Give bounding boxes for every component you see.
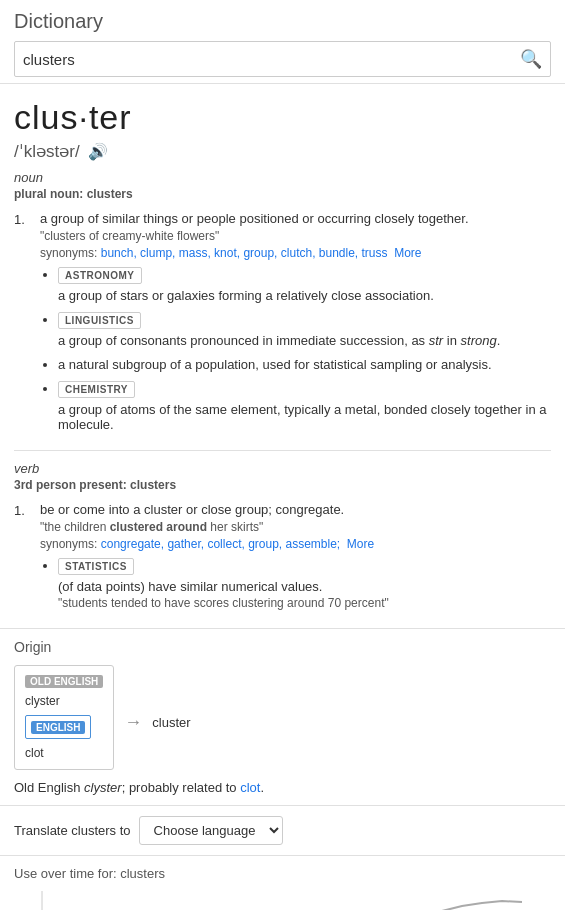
plural-word: clusters	[87, 187, 133, 201]
statistics-def-example: "students tended to have scores clusteri…	[58, 596, 551, 610]
origin-italic: clyster	[84, 780, 122, 795]
verb-more-link[interactable]: More	[347, 537, 374, 551]
etym-arrow: →	[124, 702, 142, 733]
dictionary-content: clus·ter /ˈkləstər/ 🔊 noun plural noun: …	[0, 84, 565, 618]
astronomy-badge: ASTRONOMY	[58, 267, 142, 284]
statistics-def-text: (of data points) have similar numerical …	[58, 579, 551, 594]
verb-3rd-label: 3rd person present:	[14, 478, 127, 492]
verb-def-body: be or come into a cluster or close group…	[40, 502, 551, 618]
origin-link[interactable]: clot	[240, 780, 260, 795]
verb-def-main: be or come into a cluster or close group…	[40, 502, 551, 517]
noun-class-label: noun	[14, 170, 551, 185]
old-english-label: OLD ENGLISH	[25, 675, 103, 688]
verb-sub-defs: STATISTICS (of data points) have similar…	[40, 557, 551, 610]
noun-synonyms: synonyms: bunch, clump, mass, knot, grou…	[40, 246, 551, 260]
app-title: Dictionary	[14, 10, 551, 33]
plain-def-text: a natural subgroup of a population, used…	[58, 357, 551, 372]
def-number: 1.	[14, 211, 32, 440]
astronomy-def-text: a group of stars or galaxies forming a r…	[58, 288, 551, 303]
origin-text-before: Old English	[14, 780, 84, 795]
etym-result: cluster	[152, 705, 190, 730]
verb-synonyms-text[interactable]: congregate, gather, collect, group, asse…	[101, 537, 340, 551]
chemistry-badge: CHEMISTRY	[58, 381, 135, 398]
usage-section: Use over time for: clusters Mentions 180…	[0, 855, 565, 910]
speaker-icon[interactable]: 🔊	[88, 142, 108, 161]
verb-class-label: verb	[14, 461, 551, 476]
verb-def-example: "the children clustered around her skirt…	[40, 520, 551, 534]
statistics-badge: STATISTICS	[58, 558, 134, 575]
search-icon[interactable]: 🔍	[520, 48, 542, 70]
verb-synonyms: synonyms: congregate, gather, collect, g…	[40, 537, 551, 551]
more-link[interactable]: More	[394, 246, 421, 260]
chart-container: Mentions 1800 1850 1900 1950 2010	[14, 891, 551, 910]
sub-def-statistics: STATISTICS (of data points) have similar…	[58, 557, 551, 610]
linguistics-badge: LINGUISTICS	[58, 312, 141, 329]
old-word-top: clyster	[25, 691, 103, 711]
synonyms-label: synonyms:	[40, 246, 97, 260]
verb-3rd-word: clusters	[130, 478, 176, 492]
origin-period: .	[260, 780, 264, 795]
sub-def-linguistics: LINGUISTICS a group of consonants pronou…	[58, 311, 551, 348]
noun-section: noun plural noun: clusters 1. a group of…	[14, 170, 551, 440]
origin-text-after: ; probably related to	[122, 780, 241, 795]
noun-def-1: 1. a group of similar things or people p…	[14, 211, 551, 440]
translate-label: Translate clusters to	[14, 823, 131, 838]
origin-text: Old English clyster; probably related to…	[14, 780, 551, 795]
phonetic-text: /ˈkləstər/	[14, 141, 80, 162]
linguistics-def-text: a group of consonants pronounced in imme…	[58, 333, 551, 348]
sub-def-plain: a natural subgroup of a population, used…	[58, 356, 551, 372]
search-bar: 🔍	[14, 41, 551, 77]
etymology-diagram: OLD ENGLISH clyster ENGLISH clot → clust…	[14, 665, 551, 770]
plural-info: plural noun: clusters	[14, 187, 551, 201]
sub-def-astronomy: ASTRONOMY a group of stars or galaxies f…	[58, 266, 551, 303]
origin-title: Origin	[14, 639, 551, 655]
word-header: clus·ter /ˈkləstər/ 🔊	[14, 98, 551, 162]
usage-chart	[42, 891, 543, 910]
clot-word: clot	[25, 743, 103, 763]
synonyms-text[interactable]: bunch, clump, mass, knot, group, clutch,…	[101, 246, 388, 260]
noun-sub-defs: ASTRONOMY a group of stars or galaxies f…	[40, 266, 551, 432]
header: Dictionary 🔍	[0, 0, 565, 84]
chemistry-def-text: a group of atoms of the same element, ty…	[58, 402, 551, 432]
noun-def-example: "clusters of creamy-white flowers"	[40, 229, 551, 243]
noun-def-main: a group of similar things or people posi…	[40, 211, 551, 226]
search-input[interactable]	[23, 51, 520, 68]
origin-section: Origin OLD ENGLISH clyster ENGLISH clot …	[0, 628, 565, 805]
plural-label: plural noun:	[14, 187, 83, 201]
def-body: a group of similar things or people posi…	[40, 211, 551, 440]
verb-synonyms-label: synonyms:	[40, 537, 97, 551]
word-phonetic-row: /ˈkləstər/ 🔊	[14, 141, 551, 162]
language-select[interactable]: Choose language Spanish French German Ch…	[139, 816, 283, 845]
noun-verb-divider	[14, 450, 551, 451]
translate-section: Translate clusters to Choose language Sp…	[0, 805, 565, 855]
verb-def-number: 1.	[14, 502, 32, 618]
sub-def-chemistry: CHEMISTRY a group of atoms of the same e…	[58, 380, 551, 432]
usage-title: Use over time for: clusters	[14, 866, 551, 881]
verb-section: verb 3rd person present: clusters 1. be …	[14, 461, 551, 618]
word-display: clus·ter	[14, 98, 551, 137]
verb-def-1: 1. be or come into a cluster or close gr…	[14, 502, 551, 618]
verb-3rd-person: 3rd person present: clusters	[14, 478, 551, 492]
english-label: ENGLISH	[31, 721, 85, 734]
